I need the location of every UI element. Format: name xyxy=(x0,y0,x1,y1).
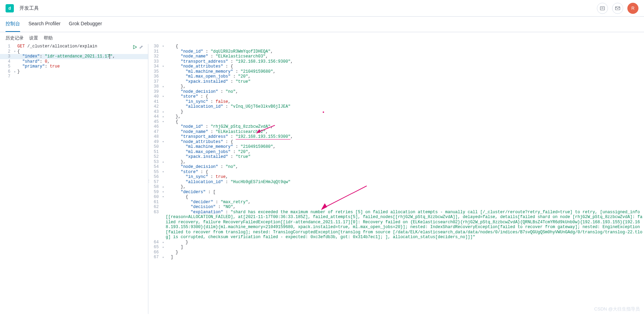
fold-toggle xyxy=(162,49,166,54)
fold-toggle xyxy=(162,129,166,135)
code-line[interactable]: 35 "ml.machine_memory" : "21049159680", xyxy=(148,69,644,74)
code-line[interactable]: 2▾{ xyxy=(0,49,148,54)
code-line[interactable]: 55▾ "store" : { xyxy=(148,170,644,175)
subnav-settings[interactable]: 设置 xyxy=(29,35,38,41)
code-line[interactable]: 50 "ml.machine_memory" : "21049159680", xyxy=(148,144,644,150)
code-line[interactable]: 38▴ }, xyxy=(148,84,644,89)
fold-toggle[interactable]: ▾ xyxy=(14,49,17,54)
code-line[interactable]: 41 "in_sync" : false, xyxy=(148,99,644,105)
code-line[interactable]: 4 "shard": 0, xyxy=(0,59,148,64)
code-line[interactable]: 64▴ } xyxy=(148,240,644,245)
code-content: }, xyxy=(166,184,644,190)
code-line[interactable]: 43▴ } xyxy=(148,109,644,115)
code-line[interactable]: 53▴ }, xyxy=(148,160,644,165)
code-line[interactable]: 48 "transport_address" : "192.168.193.15… xyxy=(148,134,644,140)
fold-toggle[interactable]: ▴ xyxy=(162,184,166,190)
app-logo[interactable]: d xyxy=(6,4,14,12)
code-content: { xyxy=(166,119,644,125)
code-line[interactable]: 59▾ "deciders" : [ xyxy=(148,190,644,195)
code-line[interactable]: 47 "node_name" : "ELKelasticsearch02", xyxy=(148,129,644,135)
fold-toggle[interactable]: ▾ xyxy=(162,190,166,195)
code-content: "in_sync" : false, xyxy=(166,99,644,105)
subnav-help[interactable]: 帮助 xyxy=(44,35,53,41)
line-number: 6 xyxy=(0,69,14,74)
code-line[interactable]: 42 "allocation_id" : "vInq_UGjT6e3lkvB6j… xyxy=(148,104,644,109)
line-number: 62 xyxy=(148,205,162,210)
code-content: { xyxy=(166,195,644,200)
response-viewer[interactable]: ⋮ 30▾ {31 "node_id" : "dqUlR82oR3WmYqofI… xyxy=(148,44,644,314)
code-line[interactable]: 5 "primary": true xyxy=(0,64,148,69)
mail-icon[interactable] xyxy=(612,3,623,14)
news-icon[interactable] xyxy=(597,3,608,14)
line-number: 42 xyxy=(148,104,162,109)
fold-toggle[interactable]: ▾ xyxy=(162,94,166,99)
wrench-icon[interactable] xyxy=(139,45,143,50)
fold-toggle[interactable]: ▾ xyxy=(162,64,166,69)
fold-toggle[interactable]: ▴ xyxy=(162,255,166,260)
code-line[interactable]: 54 "node_decision" : "no", xyxy=(148,164,644,170)
fold-toggle[interactable]: ▴ xyxy=(162,160,166,165)
code-content: }, xyxy=(166,84,644,89)
code-line[interactable]: 37 "xpack.installed" : "true" xyxy=(148,79,644,84)
play-icon[interactable] xyxy=(133,45,137,50)
code-line[interactable]: 6▴} xyxy=(0,69,148,74)
code-content: "node_name" : "ELKelasticsearch02", xyxy=(166,129,644,135)
fold-toggle[interactable]: ▾ xyxy=(162,170,166,175)
line-number: 37 xyxy=(148,79,162,84)
code-line[interactable]: 34▾ "node_attributes" : { xyxy=(148,64,644,69)
code-line[interactable]: 44▴ }, xyxy=(148,114,644,119)
code-line[interactable]: 3 "index": "idr-attendance_2021.11.17", xyxy=(0,54,148,59)
code-line[interactable]: 56 "in_sync" : true, xyxy=(148,174,644,180)
tab-console[interactable]: 控制台 xyxy=(6,17,20,32)
code-line[interactable]: 63 "explanation" : "shard has exceeded t… xyxy=(148,210,644,240)
line-number: 36 xyxy=(148,74,162,79)
code-line[interactable]: 7 xyxy=(0,74,148,79)
fold-toggle[interactable]: ▴ xyxy=(162,84,166,89)
splitter-handle[interactable]: ⋮ xyxy=(148,179,151,183)
code-line[interactable]: 57 "allocation_id" : "HucHb9gES7inEHmJqQ… xyxy=(148,180,644,185)
fold-toggle[interactable]: ▾ xyxy=(162,44,166,49)
code-line[interactable]: 46 "node_id" : "rhjG2W_pStq_8zzbcwZvdA", xyxy=(148,124,644,129)
request-editor[interactable]: 1GET /_cluster/allocation/explain2▾{3 "i… xyxy=(0,44,148,314)
avatar[interactable]: R xyxy=(627,3,638,14)
line-number: 32 xyxy=(148,54,162,59)
code-line[interactable]: 49▾ "node_attributes" : { xyxy=(148,140,644,145)
line-number: 63 xyxy=(148,210,162,240)
tab-search-profiler[interactable]: Search Profiler xyxy=(28,17,61,32)
line-number: 60 xyxy=(148,195,162,200)
fold-toggle[interactable]: ▴ xyxy=(162,114,166,119)
subnav-history[interactable]: 历史记录 xyxy=(6,35,24,41)
line-number: 40 xyxy=(148,94,162,99)
code-line[interactable]: 32 "node_name" : "ELKelasticsearch03", xyxy=(148,54,644,59)
code-line[interactable]: 52 "xpack.installed" : "true" xyxy=(148,154,644,160)
code-line[interactable]: 62 "decision" : "NO", xyxy=(148,205,644,210)
tab-grok-debugger[interactable]: Grok Debugger xyxy=(69,17,102,32)
code-line[interactable]: 60▾ { xyxy=(148,195,644,200)
code-line[interactable]: 61 "decider" : "max_retry", xyxy=(148,200,644,205)
code-line[interactable]: 40▾ "store" : { xyxy=(148,94,644,99)
code-content: "xpack.installed" : "true" xyxy=(166,154,644,160)
line-number: 41 xyxy=(148,99,162,105)
request-actions xyxy=(133,45,143,50)
code-line[interactable]: 31 "node_id" : "dqUlR82oR3WmYqofIDHEQA", xyxy=(148,49,644,54)
code-line[interactable]: 65▴ ] xyxy=(148,245,644,250)
fold-toggle[interactable]: ▴ xyxy=(162,109,166,115)
code-line[interactable]: 1GET /_cluster/allocation/explain xyxy=(0,44,148,49)
fold-toggle[interactable]: ▾ xyxy=(162,140,166,145)
code-line[interactable]: 30▾ { xyxy=(148,44,644,49)
code-line[interactable]: 51 "ml.max_open_jobs" : "20", xyxy=(148,150,644,155)
code-line[interactable]: 33 "transport_address" : "192.168.193.15… xyxy=(148,59,644,64)
fold-toggle[interactable]: ▴ xyxy=(162,240,166,245)
code-line[interactable]: 67▴ ] xyxy=(148,255,644,260)
code-content: ] xyxy=(166,245,644,250)
code-line[interactable]: 36 "ml.max_open_jobs" : "20", xyxy=(148,74,644,79)
code-line[interactable]: 58▴ }, xyxy=(148,184,644,190)
fold-toggle xyxy=(162,89,166,94)
code-line[interactable]: 45▾ { xyxy=(148,119,644,125)
fold-toggle[interactable]: ▾ xyxy=(162,119,166,125)
fold-toggle[interactable]: ▴ xyxy=(14,69,17,74)
code-line[interactable]: 39 "node_decision" : "no", xyxy=(148,89,644,94)
fold-toggle[interactable]: ▾ xyxy=(162,195,166,200)
fold-toggle[interactable]: ▴ xyxy=(162,245,166,250)
code-line[interactable]: 66 } xyxy=(148,250,644,255)
